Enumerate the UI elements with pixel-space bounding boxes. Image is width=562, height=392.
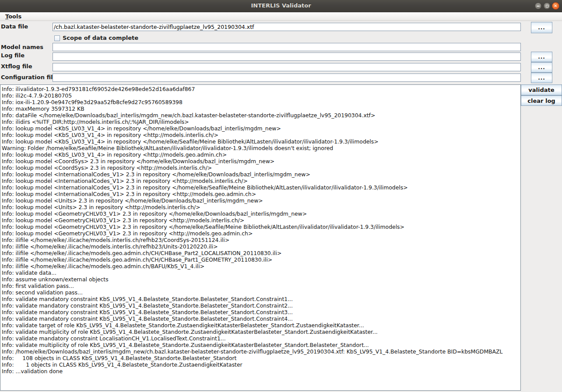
maximize-button[interactable] <box>544 3 550 9</box>
scope-of-data-checkbox[interactable] <box>54 35 60 41</box>
log-line: Info: ilifile </home/elke/.ilicache/mode… <box>2 256 520 263</box>
model-names-input[interactable] <box>53 43 521 51</box>
log-line: Warning: Folder /home/elke/Seafile/Meine… <box>2 145 520 151</box>
configuration-file-input[interactable] <box>53 74 521 82</box>
log-line: Info: lookup model <KbS_LV03_V1_4> in re… <box>2 132 520 138</box>
log-line: Info: lookup model <GeometryCHLV03_V1> 2… <box>2 230 520 237</box>
xtflog-file-label: Xtflog file <box>1 63 32 70</box>
log-line: Info: ilidirs <%ITF_DIR;http://models.in… <box>2 119 520 125</box>
log-line: Info: 1 objects in CLASS KbS_LV95_V1_4.B… <box>2 361 520 368</box>
close-icon: ✕ <box>554 4 557 8</box>
log-line: Info: lookup model <GeometryCHLV03_V1> 2… <box>2 210 520 217</box>
log-line: Info: ili2c-4.7.9-20180705 <box>2 92 520 99</box>
log-file-label: Log file <box>1 52 25 59</box>
model-names-label: Model names <box>1 44 43 50</box>
log-line: Info: lookup model <Units> 2.3 in reposi… <box>2 197 520 204</box>
log-line: Info: ilifile </home/elke/.ilicache/mode… <box>2 263 520 270</box>
log-file-browse-button[interactable]: ... <box>531 52 552 62</box>
log-line: Info: validate mandatory constraint KbS_… <box>2 302 520 309</box>
log-line: Info: first validation pass... <box>2 283 520 289</box>
log-line: Info: lookup model <InternationalCodes_V… <box>2 171 520 178</box>
log-output[interactable]: Info: ilivalidator-1.9.3-ed793181cf69052… <box>0 84 521 391</box>
log-line: Info: lookup model <KbS_LV03_V1_4> in re… <box>2 125 520 132</box>
xtflog-file-input[interactable] <box>53 63 521 71</box>
minimize-icon <box>537 6 540 7</box>
titlebar[interactable]: INTERLIS Validator ✕ <box>0 0 562 12</box>
minimize-button[interactable] <box>535 3 541 9</box>
log-line: Info: validate mandatory constraint KbS_… <box>2 309 520 315</box>
log-line: Info: validate mandatory constraint Loca… <box>2 335 520 342</box>
menu-bar: Tools <box>0 12 562 21</box>
log-line: Info: lookup model <GeometryCHLV03_V1> 2… <box>2 224 520 230</box>
scope-of-data-label: Scope of data complete <box>63 35 138 41</box>
log-line: Info: validate multiplicity of role KbS_… <box>2 329 520 335</box>
log-line: Info: /home/elke/Downloads/bazl_interlis… <box>2 348 520 355</box>
log-line: Info: validate mandatory constraint KbS_… <box>2 296 520 302</box>
log-line: Info: validate data... <box>2 270 520 276</box>
clear-log-button[interactable]: clear log <box>521 95 562 106</box>
menu-tools-rest: ools <box>8 13 21 20</box>
log-line: Info: 108 objects in CLASS KbS_LV95_V1_4… <box>2 355 520 361</box>
log-line: Info: lookup model <Units> 2.3 in reposi… <box>2 204 520 210</box>
log-line: Info: lookup model <GeometryCHLV03_V1> 2… <box>2 217 520 224</box>
log-line: Info: lookup model <InternationalCodes_V… <box>2 178 520 184</box>
log-line: Info: lookup model <InternationalCodes_V… <box>2 191 520 197</box>
data-file-input[interactable] <box>53 23 521 31</box>
log-line: Info: maxMemory 3597312 KB <box>2 105 520 112</box>
data-file-label: Data file <box>1 23 28 30</box>
log-line: Info: validate multiplicity of role KbS_… <box>2 342 520 348</box>
app-window: INTERLIS Validator ✕ Tools Data file Mod… <box>0 0 562 392</box>
data-file-browse-button[interactable]: ... <box>531 22 552 33</box>
log-line: Info: iox-ili-1.20.9-0e947c9f9e3d29aa52f… <box>2 99 520 105</box>
menu-tools[interactable]: Tools <box>4 13 23 20</box>
log-line: Info: assume unknown/external objects <box>2 276 520 283</box>
validate-button[interactable]: validate <box>521 84 562 95</box>
log-line: Info: validate mandatory constraint KbS_… <box>2 315 520 322</box>
xtflog-file-browse-button[interactable]: ... <box>531 62 552 73</box>
log-line: Info: ...validation done <box>2 368 520 374</box>
log-line: Info: ilifile </home/elke/.ilicache/mode… <box>2 250 520 256</box>
window-title: INTERLIS Validator <box>0 2 562 9</box>
log-line: Info: ilifile </home/elke/.ilicache/mode… <box>2 243 520 250</box>
configuration-file-label: Configuration file <box>1 74 56 80</box>
log-line: Info: lookup model <CoordSys> 2.3 in rep… <box>2 158 520 164</box>
close-button[interactable]: ✕ <box>552 2 559 10</box>
log-line: Info: lookup model <KbS_LV03_V1_4> in re… <box>2 151 520 158</box>
configuration-file-browse-button[interactable]: ... <box>531 73 552 83</box>
log-line: Info: ilivalidator-1.9.3-ed793181cf69052… <box>2 86 520 92</box>
log-line: Info: ilifile </home/elke/.ilicache/mode… <box>2 237 520 243</box>
maximize-icon <box>546 5 548 7</box>
log-line: Info: dataFile </home/elke/Downloads/baz… <box>2 112 520 119</box>
log-line: Info: lookup model <InternationalCodes_V… <box>2 184 520 191</box>
log-file-input[interactable] <box>53 52 521 61</box>
log-line: Info: second validation pass... <box>2 289 520 296</box>
log-line: Info: lookup model <CoordSys> 2.3 in rep… <box>2 164 520 171</box>
log-line: Info: validate target of role KbS_LV95_V… <box>2 322 520 329</box>
log-line: Info: lookup model <KbS_LV03_V1_4> in re… <box>2 138 520 145</box>
